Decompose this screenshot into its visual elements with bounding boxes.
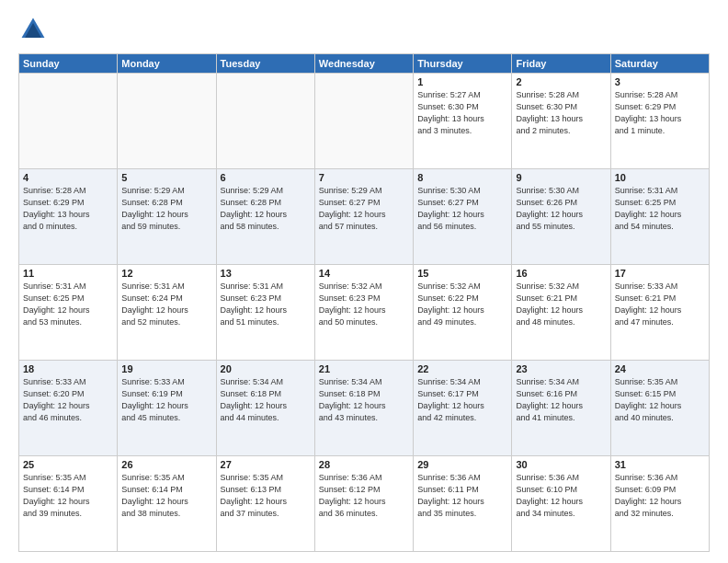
day-info: Sunrise: 5:35 AM Sunset: 6:15 PM Dayligh… — [615, 376, 705, 424]
day-number: 20 — [221, 363, 311, 374]
day-info: Sunrise: 5:36 AM Sunset: 6:09 PM Dayligh… — [615, 472, 705, 520]
calendar-cell: 28Sunrise: 5:36 AM Sunset: 6:12 PM Dayli… — [314, 456, 413, 552]
calendar-cell: 22Sunrise: 5:34 AM Sunset: 6:17 PM Dayli… — [414, 361, 512, 456]
day-info: Sunrise: 5:28 AM Sunset: 6:30 PM Dayligh… — [516, 89, 606, 137]
day-number: 6 — [221, 172, 311, 183]
day-info: Sunrise: 5:35 AM Sunset: 6:13 PM Dayligh… — [221, 472, 311, 520]
day-info: Sunrise: 5:34 AM Sunset: 6:18 PM Dayligh… — [221, 376, 311, 424]
day-number: 7 — [319, 172, 409, 183]
day-info: Sunrise: 5:31 AM Sunset: 6:25 PM Dayligh… — [615, 185, 705, 233]
day-number: 1 — [417, 76, 507, 87]
day-info: Sunrise: 5:34 AM Sunset: 6:17 PM Dayligh… — [417, 376, 507, 424]
calendar-cell: 12Sunrise: 5:31 AM Sunset: 6:24 PM Dayli… — [118, 265, 216, 361]
calendar-cell: 1Sunrise: 5:27 AM Sunset: 6:30 PM Daylig… — [414, 74, 512, 169]
logo — [18, 15, 51, 44]
calendar-week-2: 4Sunrise: 5:28 AM Sunset: 6:29 PM Daylig… — [19, 169, 710, 265]
calendar-cell: 6Sunrise: 5:29 AM Sunset: 6:28 PM Daylig… — [216, 169, 314, 265]
calendar-cell: 7Sunrise: 5:29 AM Sunset: 6:27 PM Daylig… — [314, 169, 413, 265]
day-number: 13 — [221, 268, 311, 279]
calendar-cell: 30Sunrise: 5:36 AM Sunset: 6:10 PM Dayli… — [512, 456, 610, 552]
calendar-cell: 19Sunrise: 5:33 AM Sunset: 6:19 PM Dayli… — [118, 361, 216, 456]
calendar-cell: 21Sunrise: 5:34 AM Sunset: 6:18 PM Dayli… — [314, 361, 413, 456]
day-number: 15 — [417, 268, 507, 279]
calendar-cell — [19, 74, 118, 169]
header-row: Sunday Monday Tuesday Wednesday Thursday… — [19, 54, 710, 74]
day-number: 26 — [121, 459, 211, 470]
day-number: 23 — [516, 363, 606, 374]
day-info: Sunrise: 5:27 AM Sunset: 6:30 PM Dayligh… — [417, 89, 507, 137]
calendar-cell: 8Sunrise: 5:30 AM Sunset: 6:27 PM Daylig… — [414, 169, 512, 265]
calendar-cell: 4Sunrise: 5:28 AM Sunset: 6:29 PM Daylig… — [19, 169, 118, 265]
day-info: Sunrise: 5:31 AM Sunset: 6:25 PM Dayligh… — [23, 281, 113, 328]
day-number: 27 — [221, 459, 311, 470]
day-number: 2 — [516, 76, 606, 87]
day-info: Sunrise: 5:33 AM Sunset: 6:19 PM Dayligh… — [121, 376, 211, 424]
calendar-cell: 29Sunrise: 5:36 AM Sunset: 6:11 PM Dayli… — [414, 456, 512, 552]
day-info: Sunrise: 5:36 AM Sunset: 6:12 PM Dayligh… — [319, 472, 409, 520]
calendar-cell — [118, 74, 216, 169]
day-info: Sunrise: 5:33 AM Sunset: 6:21 PM Dayligh… — [615, 281, 705, 328]
calendar-cell: 26Sunrise: 5:35 AM Sunset: 6:14 PM Dayli… — [118, 456, 216, 552]
col-tuesday: Tuesday — [216, 54, 314, 74]
calendar-cell: 5Sunrise: 5:29 AM Sunset: 6:28 PM Daylig… — [118, 169, 216, 265]
day-number: 28 — [319, 459, 409, 470]
calendar-week-5: 25Sunrise: 5:35 AM Sunset: 6:14 PM Dayli… — [19, 456, 710, 552]
day-info: Sunrise: 5:32 AM Sunset: 6:22 PM Dayligh… — [417, 281, 507, 328]
day-info: Sunrise: 5:36 AM Sunset: 6:11 PM Dayligh… — [417, 472, 507, 520]
day-info: Sunrise: 5:36 AM Sunset: 6:10 PM Dayligh… — [516, 472, 606, 520]
col-monday: Monday — [118, 54, 216, 74]
day-number: 14 — [319, 268, 409, 279]
day-info: Sunrise: 5:29 AM Sunset: 6:27 PM Dayligh… — [319, 185, 409, 233]
calendar-week-4: 18Sunrise: 5:33 AM Sunset: 6:20 PM Dayli… — [19, 361, 710, 456]
day-number: 30 — [516, 459, 606, 470]
day-info: Sunrise: 5:33 AM Sunset: 6:20 PM Dayligh… — [23, 376, 113, 424]
day-info: Sunrise: 5:31 AM Sunset: 6:24 PM Dayligh… — [121, 281, 211, 328]
day-info: Sunrise: 5:34 AM Sunset: 6:16 PM Dayligh… — [516, 376, 606, 424]
calendar-cell: 14Sunrise: 5:32 AM Sunset: 6:23 PM Dayli… — [314, 265, 413, 361]
calendar-cell: 18Sunrise: 5:33 AM Sunset: 6:20 PM Dayli… — [19, 361, 118, 456]
day-number: 8 — [417, 172, 507, 183]
day-info: Sunrise: 5:32 AM Sunset: 6:21 PM Dayligh… — [516, 281, 606, 328]
day-info: Sunrise: 5:28 AM Sunset: 6:29 PM Dayligh… — [23, 185, 113, 233]
day-info: Sunrise: 5:29 AM Sunset: 6:28 PM Dayligh… — [221, 185, 311, 233]
calendar-cell: 31Sunrise: 5:36 AM Sunset: 6:09 PM Dayli… — [610, 456, 709, 552]
day-number: 11 — [23, 268, 113, 279]
calendar: Sunday Monday Tuesday Wednesday Thursday… — [18, 53, 710, 552]
day-info: Sunrise: 5:35 AM Sunset: 6:14 PM Dayligh… — [121, 472, 211, 520]
calendar-cell: 25Sunrise: 5:35 AM Sunset: 6:14 PM Dayli… — [19, 456, 118, 552]
calendar-cell: 16Sunrise: 5:32 AM Sunset: 6:21 PM Dayli… — [512, 265, 610, 361]
day-number: 18 — [23, 363, 113, 374]
calendar-cell: 15Sunrise: 5:32 AM Sunset: 6:22 PM Dayli… — [414, 265, 512, 361]
calendar-cell: 13Sunrise: 5:31 AM Sunset: 6:23 PM Dayli… — [216, 265, 314, 361]
calendar-cell — [216, 74, 314, 169]
day-number: 22 — [417, 363, 507, 374]
calendar-cell: 24Sunrise: 5:35 AM Sunset: 6:15 PM Dayli… — [610, 361, 709, 456]
day-number: 25 — [23, 459, 113, 470]
day-number: 5 — [121, 172, 211, 183]
day-number: 16 — [516, 268, 606, 279]
day-number: 17 — [615, 268, 705, 279]
day-info: Sunrise: 5:32 AM Sunset: 6:23 PM Dayligh… — [319, 281, 409, 328]
day-number: 21 — [319, 363, 409, 374]
day-number: 19 — [121, 363, 211, 374]
day-number: 31 — [615, 459, 705, 470]
day-info: Sunrise: 5:29 AM Sunset: 6:28 PM Dayligh… — [121, 185, 211, 233]
header — [18, 15, 710, 44]
day-info: Sunrise: 5:28 AM Sunset: 6:29 PM Dayligh… — [615, 89, 705, 137]
calendar-week-3: 11Sunrise: 5:31 AM Sunset: 6:25 PM Dayli… — [19, 265, 710, 361]
day-number: 29 — [417, 459, 507, 470]
day-number: 3 — [615, 76, 705, 87]
calendar-cell: 3Sunrise: 5:28 AM Sunset: 6:29 PM Daylig… — [610, 74, 709, 169]
calendar-cell — [314, 74, 413, 169]
col-sunday: Sunday — [19, 54, 118, 74]
calendar-cell: 23Sunrise: 5:34 AM Sunset: 6:16 PM Dayli… — [512, 361, 610, 456]
calendar-header: Sunday Monday Tuesday Wednesday Thursday… — [19, 54, 710, 74]
day-number: 9 — [516, 172, 606, 183]
col-thursday: Thursday — [414, 54, 512, 74]
day-number: 12 — [121, 268, 211, 279]
col-saturday: Saturday — [610, 54, 709, 74]
col-wednesday: Wednesday — [314, 54, 413, 74]
logo-icon — [18, 15, 48, 44]
calendar-cell: 2Sunrise: 5:28 AM Sunset: 6:30 PM Daylig… — [512, 74, 610, 169]
day-number: 10 — [615, 172, 705, 183]
